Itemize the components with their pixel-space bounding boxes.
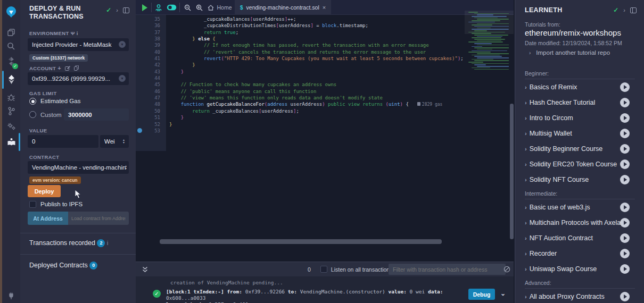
code-line[interactable]: 50 return _cupcakeBalances[userAddress]; xyxy=(136,108,514,114)
tutorial-expand-icon[interactable]: › xyxy=(525,176,527,183)
code-line[interactable]: 42 } xyxy=(136,62,514,68)
tutorial-play-icon[interactable] xyxy=(620,203,630,212)
tutorial-item-solidity-nft-course[interactable]: ›Solidity NFT Course xyxy=(515,172,644,187)
tutorial-play-icon[interactable] xyxy=(620,249,630,258)
collapse-panel-icon[interactable]: › xyxy=(116,7,118,13)
code-line[interactable]: 40 // 'revert' cancels the transaction a… xyxy=(136,49,514,55)
account-select-chevron-icon[interactable]: ▾ xyxy=(119,75,126,82)
breakpoint-margin[interactable] xyxy=(136,88,144,95)
terminal-filter-input[interactable] xyxy=(389,264,506,275)
import-tutorial-repo[interactable]: ›Import another tutorial repo xyxy=(529,49,610,56)
tx-log-line[interactable]: [block:1 txIndex:-] from: 0xf39...92266 … xyxy=(166,289,464,303)
breakpoint-margin[interactable] xyxy=(136,36,144,42)
account-select[interactable]: 0xf39...92266 (9999.99929... ▾ xyxy=(28,72,129,85)
breakpoint-margin[interactable] xyxy=(136,55,144,62)
value-unit-select[interactable]: Wei▴▾ xyxy=(100,135,129,148)
tutorial-play-icon[interactable] xyxy=(620,98,630,107)
code-line[interactable]: 38 } else { xyxy=(136,36,514,42)
tutorial-expand-icon[interactable]: › xyxy=(525,146,527,152)
breakpoint-margin[interactable] xyxy=(136,114,144,121)
breakpoint-margin[interactable] xyxy=(136,69,144,75)
breakpoint-margin[interactable] xyxy=(136,22,144,29)
transactions-info-icon[interactable]: i xyxy=(107,240,108,246)
breakpoint-margin[interactable] xyxy=(136,128,144,134)
tutorial-item-all-about-proxy-contracts[interactable]: ›All about Proxy Contracts xyxy=(515,289,644,303)
publish-ipfs-checkbox[interactable] xyxy=(29,201,36,208)
plug-icon[interactable]: Ψ xyxy=(71,30,75,36)
tx-expand-icon[interactable]: ⌄ xyxy=(500,290,506,297)
code-line[interactable]: 45 // Function to check how many cupcake… xyxy=(136,81,514,88)
breakpoint-margin[interactable] xyxy=(136,16,144,22)
tutorial-play-icon[interactable] xyxy=(620,218,630,228)
at-address-button[interactable]: At Address xyxy=(28,212,68,225)
code-line[interactable]: 52} xyxy=(136,121,514,128)
tutorial-expand-icon[interactable]: › xyxy=(525,293,527,300)
transactions-recorded-row[interactable]: Transactions recorded 2 i xyxy=(29,239,108,247)
tutorial-expand-icon[interactable]: › xyxy=(525,161,527,167)
tutorial-expand-icon[interactable]: › xyxy=(525,99,527,106)
horizontal-scrollbar[interactable] xyxy=(160,239,442,244)
search-icon[interactable] xyxy=(2,39,20,53)
tutorial-play-icon[interactable] xyxy=(620,292,630,301)
git-icon[interactable] xyxy=(2,104,20,118)
tutorial-play-icon[interactable] xyxy=(620,144,630,154)
tutorial-play-icon[interactable] xyxy=(620,264,630,274)
home-tab[interactable]: Home xyxy=(206,0,234,15)
tutorial-item-recorder[interactable]: ›Recorder xyxy=(515,246,644,261)
breakpoint-margin[interactable] xyxy=(136,42,144,48)
value-input[interactable]: 0 xyxy=(28,135,98,148)
environment-select-chevron-icon[interactable]: ▾ xyxy=(119,41,126,48)
code-line[interactable]: 37 return true; xyxy=(136,29,514,36)
breakpoint-margin[interactable] xyxy=(136,75,144,81)
code-area[interactable]: 35 _cupcakeBalances[userAddress]++;36 _c… xyxy=(136,16,514,134)
tutorial-expand-icon[interactable]: › xyxy=(525,130,527,137)
tutorial-play-icon[interactable] xyxy=(620,82,630,92)
plugin-manager-icon[interactable] xyxy=(2,289,20,303)
zoom-in-icon[interactable] xyxy=(193,0,205,15)
copilot-toggle[interactable] xyxy=(164,0,178,15)
code-line[interactable]: 51 } xyxy=(136,114,514,121)
tutorial-play-icon[interactable] xyxy=(620,159,630,169)
contract-select[interactable]: VendingMachine - vending-machin ▴▾ xyxy=(28,161,129,174)
tutorial-play-icon[interactable] xyxy=(620,233,630,243)
add-account-icon[interactable]: + xyxy=(57,65,61,71)
custom-gas-input[interactable]: 3000000 xyxy=(64,108,129,121)
breakpoint-margin[interactable] xyxy=(136,62,144,68)
tutorial-item-solidity-beginner-course[interactable]: ›Solidity Beginner Course xyxy=(515,141,644,156)
code-line[interactable]: 43 } xyxy=(136,69,514,75)
clear-console-icon[interactable] xyxy=(503,266,510,273)
code-line[interactable]: 48 function getCupcakeBalanceFor(address… xyxy=(136,101,514,107)
environment-select[interactable]: Injected Provider - MetaMask ▾ xyxy=(28,38,129,51)
tutorial-item-basic-use-of-web3-js[interactable]: ›Basic use of web3.js xyxy=(515,199,644,215)
tutorial-play-icon[interactable] xyxy=(620,129,630,138)
code-line[interactable]: 44 xyxy=(136,75,514,81)
deployed-contracts-row[interactable]: Deployed Contracts 0 xyxy=(29,262,97,270)
solidity-compiler-icon[interactable]: ✓ xyxy=(2,54,20,68)
environment-info-icon[interactable]: i xyxy=(77,30,78,36)
tutorial-item-hash-checker-tutorial[interactable]: ›Hash Checker Tutorial xyxy=(515,95,644,110)
code-line[interactable]: 41 revert("HTTP 429: Too Many Cupcakes (… xyxy=(136,55,514,62)
tutorial-expand-icon[interactable]: › xyxy=(525,266,527,272)
code-line[interactable]: 46 // 'public' means anyone can call thi… xyxy=(136,88,514,95)
tutorial-item-solidity-erc20-token-course[interactable]: ›Solidity ERC20 Token Course xyxy=(515,156,644,172)
code-line[interactable]: 39 // If not enough time has passed, rev… xyxy=(136,42,514,48)
debugger-icon[interactable] xyxy=(2,90,20,104)
run-script-icon[interactable] xyxy=(139,0,151,15)
code-line[interactable]: 47 // 'view' means this function only re… xyxy=(136,95,514,101)
vertical-scrollbar[interactable] xyxy=(510,104,514,239)
custom-gas-radio[interactable] xyxy=(29,111,36,118)
breakpoint-margin[interactable] xyxy=(136,29,144,36)
pin-panel-icon[interactable] xyxy=(123,7,129,13)
tutorial-item-uniswap-swap-course[interactable]: ›Uniswap Swap Course xyxy=(515,261,644,276)
breakpoint-margin[interactable] xyxy=(136,108,144,114)
sign-message-icon[interactable] xyxy=(65,65,70,71)
deploy-run-icon[interactable] xyxy=(2,72,20,86)
code-line[interactable]: 53 xyxy=(136,128,514,134)
breakpoint-margin[interactable] xyxy=(136,81,144,88)
breakpoint-margin[interactable] xyxy=(136,95,144,101)
tutorial-expand-icon[interactable]: › xyxy=(525,84,527,90)
tutorial-expand-icon[interactable]: › xyxy=(525,115,527,121)
tutorial-item-nft-auction-contract[interactable]: ›NFT Auction Contract xyxy=(515,230,644,246)
tutorial-expand-icon[interactable]: › xyxy=(525,235,527,241)
deploy-button[interactable]: Deploy xyxy=(28,185,61,197)
